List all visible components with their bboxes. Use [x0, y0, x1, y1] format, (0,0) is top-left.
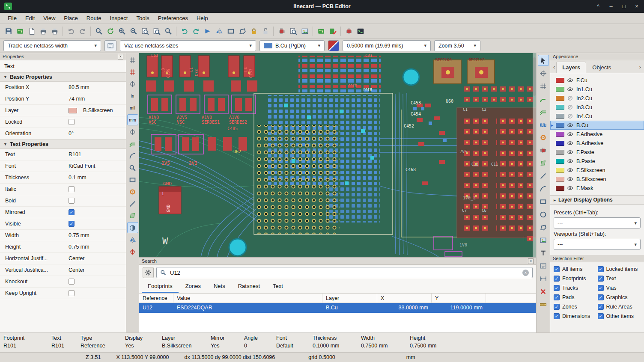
delete-tool-button[interactable] — [538, 286, 549, 297]
filter-vias[interactable]: Vias — [598, 285, 641, 291]
3d-viewer-button[interactable] — [299, 25, 310, 37]
layer-color-swatch[interactable] — [556, 105, 564, 110]
sketch-tracks-button[interactable] — [127, 198, 138, 209]
lock-button[interactable] — [248, 25, 259, 37]
horizontal-justify-field[interactable]: Center — [69, 255, 126, 261]
knockout-checkbox[interactable] — [69, 279, 75, 285]
tab-ratsnest[interactable]: Ratsnest — [232, 281, 266, 293]
flip-board-button[interactable] — [127, 234, 138, 245]
layer-pair-button[interactable] — [328, 40, 339, 51]
zoom-selection-button[interactable] — [162, 25, 174, 37]
vertical-justify-field[interactable]: Center — [69, 267, 126, 273]
board-setup-button[interactable] — [14, 25, 26, 37]
checkbox[interactable] — [554, 266, 560, 272]
viewports-dropdown[interactable]: --- — [554, 239, 641, 250]
menu-preferences[interactable]: Preferences — [154, 14, 192, 23]
menu-tools[interactable]: Tools — [132, 14, 153, 23]
draw-line-button[interactable] — [538, 170, 549, 181]
high-contrast-button[interactable] — [127, 222, 138, 233]
search-input-box[interactable] — [156, 267, 533, 278]
checkbox[interactable] — [554, 276, 560, 282]
group-button[interactable] — [225, 25, 236, 37]
column-header-x[interactable]: X — [377, 294, 432, 303]
layer-row-b-adhesive[interactable]: B.Adhesive — [550, 139, 644, 148]
close-icon[interactable] — [118, 54, 123, 59]
layer-visibility-eye-icon[interactable] — [567, 122, 574, 129]
filter-all-items[interactable]: All items — [554, 266, 597, 272]
measure-tool-button[interactable] — [538, 299, 549, 310]
ratsnest-visibility-button[interactable] — [127, 138, 138, 149]
height-field[interactable]: 0.75 mm — [69, 244, 126, 250]
visible-checkbox[interactable] — [69, 221, 75, 227]
zoom-out-button[interactable] — [128, 25, 139, 37]
draw-circle-button[interactable] — [538, 209, 549, 220]
tab-text[interactable]: Text — [267, 281, 289, 293]
tab-objects[interactable]: Objects — [586, 62, 617, 73]
presets-dropdown[interactable]: --- — [554, 217, 641, 228]
checkbox[interactable] — [598, 266, 604, 272]
column-header-reference[interactable]: Reference — [139, 294, 173, 303]
highlight-net-button[interactable] — [538, 68, 549, 79]
thickness-field[interactable]: 0.1 mm — [69, 175, 126, 181]
layer-row-in1-cu[interactable]: In1.Cu — [550, 85, 644, 94]
minimize-button[interactable] — [608, 0, 614, 13]
filter-pads[interactable]: Pads — [554, 294, 597, 300]
footprint-editor-button[interactable] — [276, 25, 287, 37]
local-ratsnest-button[interactable] — [538, 80, 549, 92]
tab-scroll-left-icon[interactable]: ‹ — [552, 64, 556, 73]
mirror-button[interactable] — [213, 25, 225, 37]
layer-row-f-mask[interactable]: F.Mask — [550, 184, 644, 193]
text-field[interactable]: R101 — [69, 151, 126, 157]
menu-file[interactable]: File — [3, 14, 21, 23]
font-field[interactable]: KiCad Font — [69, 163, 126, 169]
table-row[interactable]: U12 ESD224DQAR B.Cu 33.0000 mm 119.0000 … — [139, 303, 536, 313]
filter-locked-items[interactable]: Locked items — [598, 266, 641, 272]
print-button[interactable] — [37, 25, 49, 37]
pcb-canvas[interactable] — [139, 53, 536, 257]
active-layer-dropdown[interactable]: B.Cu (PgDn) — [259, 40, 325, 51]
page-settings-button[interactable] — [26, 25, 37, 37]
filter-rule-areas[interactable]: Rule Areas — [598, 304, 641, 310]
ungroup-button[interactable] — [236, 25, 248, 37]
filter-other-items[interactable]: Other items — [598, 313, 641, 319]
curved-ratsnest-button[interactable] — [127, 150, 138, 161]
zoom-dropdown[interactable]: Zoom 3.50 — [434, 40, 480, 51]
sketch-vias-button[interactable] — [127, 186, 138, 197]
position-x-field[interactable]: 80.5 mm — [69, 84, 126, 90]
place-image-button[interactable] — [538, 234, 549, 246]
refresh-button[interactable] — [104, 25, 116, 37]
basic-properties-header[interactable]: Basic Properties — [0, 72, 126, 82]
draw-zone-button[interactable] — [538, 157, 549, 169]
units-inches-button[interactable]: in — [127, 90, 138, 101]
checkbox[interactable] — [598, 313, 604, 319]
close-icon[interactable] — [528, 258, 534, 264]
layer-field[interactable]: B.Silkscreen — [69, 107, 126, 113]
layer-visibility-eye-icon[interactable] — [567, 149, 574, 156]
menu-view[interactable]: View — [39, 14, 60, 23]
place-textbox-button[interactable] — [538, 260, 549, 271]
layer-row-in3-cu[interactable]: In3.Cu — [550, 103, 644, 112]
layer-row-f-paste[interactable]: F.Paste — [550, 148, 644, 157]
footprint-checker-button[interactable] — [343, 25, 355, 37]
layer-color-swatch[interactable] — [556, 159, 564, 164]
menu-route[interactable]: Route — [82, 14, 106, 23]
menu-place[interactable]: Place — [60, 14, 82, 23]
dimensions-button[interactable] — [538, 273, 549, 284]
search-settings-button[interactable] — [143, 267, 154, 278]
layer-visibility-eye-icon[interactable] — [567, 86, 574, 93]
layer-visibility-eye-icon[interactable] — [567, 140, 574, 147]
update-pcb-button[interactable] — [315, 25, 327, 37]
sketch-pads-button[interactable] — [127, 174, 138, 185]
crosshair-cursor-button[interactable] — [127, 126, 138, 137]
units-mm-button[interactable]: mm — [127, 114, 138, 125]
orientation-field[interactable]: 0° — [69, 131, 126, 136]
locked-checkbox[interactable] — [69, 119, 75, 125]
layer-visibility-eye-icon[interactable] — [567, 131, 574, 138]
inspect-button[interactable] — [287, 25, 299, 37]
rotate-ccw-button[interactable] — [179, 25, 190, 37]
track-width-dropdown[interactable]: Track: use netclass width — [3, 40, 101, 51]
flip-button[interactable] — [202, 25, 213, 37]
draw-rectangle-button[interactable] — [538, 196, 549, 207]
plot-button[interactable] — [49, 25, 60, 37]
zoom-fit-objects-button[interactable] — [151, 25, 162, 37]
